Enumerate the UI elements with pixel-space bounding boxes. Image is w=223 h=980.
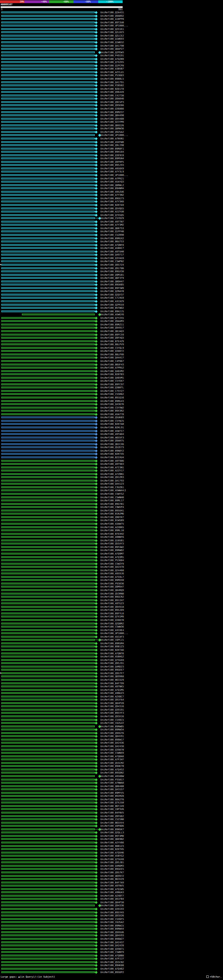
alignment-row[interactable]: UniRef100_Q42439 [0, 944, 223, 947]
hit-label[interactable]: UniRef100_A9S8X9 [100, 167, 124, 170]
hit-label[interactable]: UniRef100_A7Q1W5 [100, 888, 124, 891]
hit-label[interactable]: UniRef100_B9RGX2 [100, 237, 124, 240]
hit-label[interactable]: UniRef100_Q41791 [100, 81, 124, 84]
alignment-row[interactable]: UniRef100_A5BHC7 [0, 247, 223, 250]
alignment-row[interactable]: UniRef100_B96W17 [0, 738, 223, 741]
hit-label[interactable]: UniRef100_A9S86W [100, 775, 124, 778]
hit-label[interactable]: UniRef100_Q2PEW3 [100, 51, 124, 54]
alignment-row[interactable]: UniRef100_A9TNV5 [0, 884, 223, 888]
alignment-row[interactable]: UniRef100_Q55XY3 [0, 542, 223, 546]
hit-label[interactable]: UniRef100_A5HYW8 [100, 141, 124, 143]
alignment-row[interactable]: UniRef100_Q43676 [0, 402, 223, 406]
alignment-row[interactable]: UniRef100_A6S5F3 [0, 436, 223, 439]
alignment-row[interactable]: UniRef100_A1BPP8 [0, 18, 223, 21]
hit-label[interactable]: UniRef100_Q9FRP5 [100, 161, 124, 163]
hit-label[interactable]: UniRef100_Q4Z478 [100, 566, 124, 568]
alignment-row[interactable]: UniRef100_Q5VQG5 [0, 207, 223, 210]
alignment-row[interactable]: UniRef100_C6ZGA2 [0, 921, 223, 924]
alignment-row[interactable]: UniRef100_Q55CN2 [0, 961, 223, 964]
hit-label[interactable]: UniRef100_Q3E9C0 [100, 154, 124, 157]
hit-label[interactable]: UniRef100_A7PRS2 [100, 366, 124, 369]
hit-label[interactable]: UniRef100_A7Q3M1 [100, 556, 124, 558]
alignment-row[interactable]: UniRef100_P20502 [0, 84, 223, 87]
alignment-row[interactable]: UniRef100_A5WGY6 [0, 313, 223, 317]
hit-label[interactable]: UniRef100_C5WW36 [100, 625, 124, 628]
alignment-row[interactable]: UniRef100_Q75GX8 [0, 858, 223, 861]
alignment-row[interactable]: UniRef100_Q96449 [0, 91, 223, 94]
hit-label[interactable]: UniRef100_Q93X16 [100, 715, 124, 718]
alignment-row[interactable]: UniRef100_B7E4Z9 [0, 340, 223, 343]
hit-label[interactable]: UniRef100_A5A778 [100, 413, 124, 416]
alignment-row[interactable]: UniRef100_Q43157 [0, 788, 223, 791]
alignment-row[interactable]: UniRef100_B9HK70 [0, 764, 223, 768]
alignment-row[interactable]: UniRef100_C9WVP4 [0, 506, 223, 509]
alignment-row[interactable]: UniRef100_B8B1Z3 [0, 845, 223, 848]
hit-label[interactable]: UniRef100_C7J4G9 [100, 296, 124, 299]
hit-label[interactable]: UniRef100_A7Y3L9 [100, 170, 124, 173]
hit-label[interactable]: UniRef100_C5WPN2 [100, 260, 124, 263]
alignment-row[interactable]: UniRef100_A7QVH6 [0, 851, 223, 854]
hit-label[interactable]: UniRef100_Q94316 [100, 705, 124, 708]
alignment-row[interactable]: UniRef100_B9GX38 [0, 270, 223, 273]
hit-label[interactable]: UniRef100_P53604 [100, 559, 124, 562]
alignment-row[interactable]: UniRef100_C5YXW2 [0, 406, 223, 409]
alignment-row[interactable]: UniRef100_A5BYG2 [0, 854, 223, 858]
alignment-row[interactable]: UniRef100_Q41791 [0, 81, 223, 84]
alignment-row[interactable]: UniRef100_A7Y3K6 [0, 200, 223, 204]
alignment-row[interactable]: UniRef100_B2KTA9 [0, 204, 223, 207]
alignment-row[interactable]: UniRef100_Q95E66 [0, 103, 223, 107]
hit-label[interactable]: UniRef100_A3CHE4 [100, 629, 124, 632]
alignment-row[interactable]: UniRef100_C5YD29 [0, 216, 223, 220]
alignment-row[interactable]: UniRef100_B9RW15 [0, 924, 223, 928]
hit-label[interactable]: UniRef100_A9T983 [100, 463, 124, 466]
hit-label[interactable]: UniRef100_A9NNF6 [100, 536, 124, 538]
hit-label[interactable]: UniRef100_Q8AP27 [100, 48, 124, 51]
hit-label[interactable]: UniRef100_B9HJJ5 [100, 310, 124, 313]
alignment-row[interactable]: UniRef100_Q10SB1 [0, 539, 223, 542]
alignment-row[interactable]: UniRef100_C5WPN2 [0, 260, 223, 263]
hit-label[interactable]: UniRef100_A7Q0B8 [100, 954, 124, 957]
hit-label[interactable]: UniRef100_Q38870 [100, 619, 124, 622]
hit-label[interactable]: UniRef100_B63V29 [100, 878, 124, 881]
alignment-row[interactable]: UniRef100_Q49717 [0, 253, 223, 256]
alignment-row[interactable]: UniRef100_B9X3R2 [0, 409, 223, 413]
alignment-row[interactable]: UniRef100_B4FNV5 [0, 811, 223, 815]
hit-label[interactable]: UniRef100_A7I3N1 [100, 466, 124, 469]
alignment-row[interactable]: UniRef100_Q6K9N2 [0, 837, 223, 841]
hit-label[interactable]: UniRef100_B4F7A9 [100, 881, 124, 884]
hit-label[interactable]: UniRef100_Q08480 [100, 785, 124, 788]
hit-label[interactable]: UniRef100_B9MYV5 [100, 792, 124, 794]
alignment-row[interactable]: UniRef100_B8LPX6 [0, 353, 223, 356]
alignment-row[interactable]: UniRef100_Q95J91 [0, 662, 223, 665]
hit-label[interactable]: UniRef100_A7Q0A8 [100, 755, 124, 758]
hit-label[interactable]: UniRef100_Q9AUM3 [100, 320, 124, 323]
hit-label[interactable]: UniRef100_Q6K9N2 [100, 838, 124, 841]
hit-label[interactable]: UniRef100_A9TUH0 [100, 250, 124, 253]
alignment-row[interactable]: UniRef100_A5CAF3 [0, 635, 223, 639]
alignment-row[interactable]: UniRef100_Q91ZR3 [0, 476, 223, 479]
hit-label[interactable]: UniRef100_Q4RDM3 [100, 865, 124, 867]
hit-label[interactable]: UniRef100_B95J93 [100, 164, 124, 167]
alignment-row[interactable]: UniRef100_Q6EE26 [0, 124, 223, 127]
alignment-row[interactable]: UniRef100_A2XB65 [0, 526, 223, 529]
hit-label[interactable]: UniRef100_B9RW15 [100, 924, 124, 927]
hit-label[interactable]: UniRef100_P53683 [100, 74, 124, 77]
hit-label[interactable]: UniRef100_C5YQL9 [100, 347, 124, 349]
alignment-row[interactable]: UniRef100_Q39870 [0, 748, 223, 752]
hit-label[interactable]: UniRef100_A2ZY17 [100, 469, 124, 472]
alignment-row[interactable]: UniRef100_Q9LI90 [0, 143, 223, 147]
hit-label[interactable]: UniRef100_B9FC59 [100, 333, 124, 336]
hit-label[interactable]: UniRef100_A7QNF8 [100, 244, 124, 247]
hit-label[interactable]: UniRef100_B7E4Z9 [100, 340, 124, 343]
hit-label[interactable]: UniRef100_A2XB65 [100, 526, 124, 529]
alignment-row[interactable]: UniRef100_C5YWJ5 [0, 419, 223, 423]
hit-label[interactable]: UniRef100_B8LPV9 [100, 343, 124, 346]
alignment-row[interactable]: UniRef100_A7Q1M5 [0, 688, 223, 692]
alignment-row[interactable]: UniRef100_Q94917 [0, 326, 223, 329]
hit-label[interactable]: UniRef100_B63329 [100, 679, 124, 681]
alignment-row[interactable]: UniRef100_Q38870 [0, 619, 223, 622]
alignment-row[interactable]: UniRef100_Q66753 [0, 227, 223, 230]
hit-label[interactable]: UniRef100_Q94488 [100, 118, 124, 120]
hit-label[interactable]: UniRef100_Q9AR75 [100, 439, 124, 442]
alignment-row[interactable]: UniRef100_B9B1Z3 [0, 645, 223, 648]
